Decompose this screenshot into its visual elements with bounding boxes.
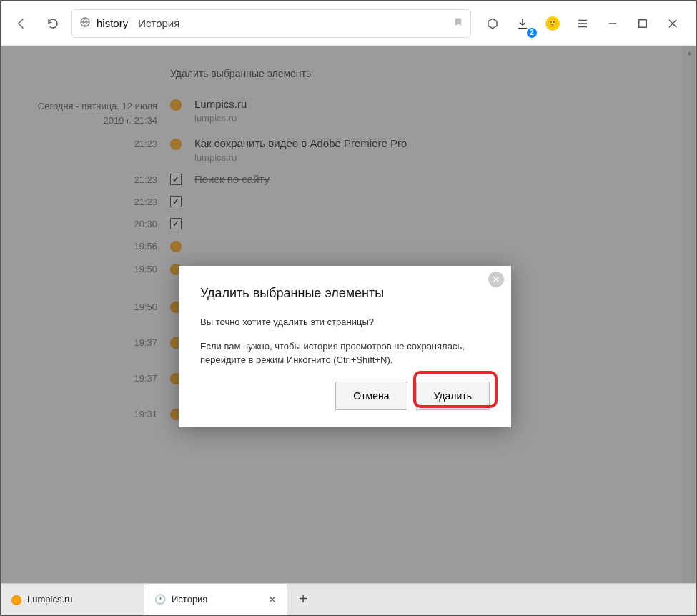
tab-favicon [11,595,21,605]
confirm-delete-dialog: ✕ Удалить выбранные элементы Вы точно хо… [179,266,511,427]
entry-time: 19:50 [30,262,157,274]
dialog-title: Удалить выбранные элементы [200,286,490,301]
entry-checkbox[interactable]: ✓ [170,218,182,229]
entry-time: 21:23 [30,173,157,185]
new-tab-button[interactable]: + [287,584,319,615]
entry-time: 19:50 [30,300,157,312]
bookmark-icon[interactable] [453,17,463,30]
history-entry: 21:23 ✓ [30,195,667,207]
tab-label: Lumpics.ru [27,594,73,605]
entry-time: 19:37 [30,336,157,348]
scroll-up-arrow[interactable]: ▴ [683,46,696,59]
history-entry: 20:30 ✓ [30,217,667,229]
entry-domain: lumpics.ru [194,152,407,163]
entry-time: 19:56 [30,239,157,252]
entry-time: 19:37 [30,372,157,384]
site-favicon [170,139,182,150]
tab-lumpics[interactable]: Lumpics.ru [1,584,144,615]
dialog-close-icon[interactable]: ✕ [488,272,504,287]
entry-checkbox[interactable]: ✓ [170,196,182,207]
tab-label: История [172,594,207,605]
entry-checkbox[interactable]: ✓ [170,174,182,185]
delete-selected-link[interactable]: Удалить выбранные элементы [170,68,313,79]
history-entry: 21:23 Как сохранить видео в Adobe Premie… [30,137,667,163]
profile-avatar[interactable]: 🙂 [540,11,565,36]
site-icon [79,16,91,31]
entry-title[interactable]: Как сохранить видео в Adobe Premiere Pro [194,137,407,149]
downloads-icon[interactable]: 2 [510,11,535,36]
reload-button[interactable] [40,11,66,36]
address-bar[interactable]: history История [71,9,471,38]
tab-strip: Lumpics.ru 🕐 История ✕ + [1,583,696,615]
window-maximize[interactable] [630,11,656,36]
delete-button[interactable]: Удалить [416,382,490,410]
tab-close-icon[interactable]: ✕ [268,594,277,605]
svg-rect-1 [639,19,647,27]
dialog-text-2: Если вам нужно, чтобы история просмотров… [200,339,490,367]
entry-time: 20:30 [30,217,157,229]
tab-history[interactable]: 🕐 История ✕ [144,584,287,615]
window-close[interactable] [660,11,686,36]
dialog-text-1: Вы точно хотите удалить эти страницы? [200,315,490,329]
cancel-button[interactable]: Отмена [335,382,407,410]
address-text: history [97,17,128,29]
site-favicon [170,241,182,252]
history-entry: 19:56 [30,239,667,252]
downloads-badge: 2 [527,28,537,38]
history-icon: 🕐 [154,594,166,605]
window-minimize[interactable] [600,11,626,36]
vertical-scrollbar[interactable]: ▴ [683,46,696,583]
yandex-services-icon[interactable] [480,11,505,36]
site-favicon [170,99,182,111]
entry-time: 19:31 [30,407,157,419]
history-entry: Сегодня - пятница, 12 июля 2019 г. 21:34… [30,98,667,127]
entry-time: 21:23 [30,137,157,149]
toolbar-right: 2 🙂 [477,11,688,36]
browser-toolbar: history История 2 🙂 [1,1,696,46]
entry-title[interactable]: Поиск по сайту [194,173,270,185]
entry-time: 21:23 [30,195,157,207]
entry-title[interactable]: Lumpics.ru [194,98,247,110]
date-label: Сегодня - пятница, 12 июля 2019 г. 21:34 [30,98,157,127]
back-button[interactable] [9,11,34,36]
address-label: История [138,17,179,29]
menu-icon[interactable] [570,11,595,36]
history-entry: 21:23 ✓ Поиск по сайту [30,173,667,185]
entry-domain: lumpics.ru [194,113,247,124]
